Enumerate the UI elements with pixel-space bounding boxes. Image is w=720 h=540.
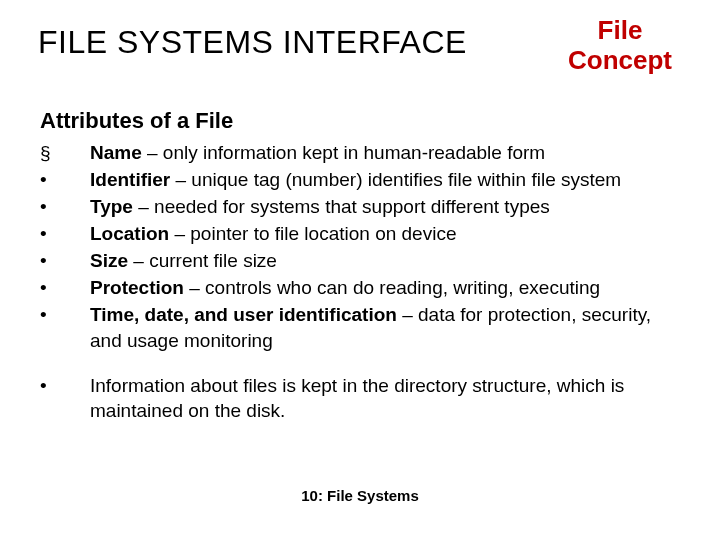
list-item: • Identifier – unique tag (number) ident… bbox=[40, 167, 680, 192]
bullet-text: Size – current file size bbox=[90, 248, 680, 273]
list-item: § Name – only information kept in human-… bbox=[40, 140, 680, 165]
bullet-text: Type – needed for systems that support d… bbox=[90, 194, 680, 219]
bullet-mark: • bbox=[40, 248, 90, 273]
slide-footer: 10: File Systems bbox=[0, 487, 720, 504]
list-item: • Location – pointer to file location on… bbox=[40, 221, 680, 246]
definition: – needed for systems that support differ… bbox=[133, 196, 550, 217]
term: Location bbox=[90, 223, 169, 244]
bullet-mark: • bbox=[40, 167, 90, 192]
list-item: • Type – needed for systems that support… bbox=[40, 194, 680, 219]
definition: – controls who can do reading, writing, … bbox=[184, 277, 600, 298]
bullet-list: § Name – only information kept in human-… bbox=[40, 140, 680, 425]
corner-title: File Concept bbox=[550, 16, 690, 76]
term: Protection bbox=[90, 277, 184, 298]
definition: – current file size bbox=[128, 250, 277, 271]
bullet-mark: • bbox=[40, 373, 90, 398]
definition: – pointer to file location on device bbox=[169, 223, 456, 244]
term: Size bbox=[90, 250, 128, 271]
bullet-mark: • bbox=[40, 194, 90, 219]
bullet-text: Time, date, and user identification – da… bbox=[90, 302, 680, 352]
list-item: • Time, date, and user identification – … bbox=[40, 302, 680, 352]
bullet-text: Location – pointer to file location on d… bbox=[90, 221, 680, 246]
note-text: Information about files is kept in the d… bbox=[90, 373, 680, 423]
definition: – unique tag (number) identifies file wi… bbox=[170, 169, 621, 190]
slide-title: FILE SYSTEMS INTERFACE bbox=[38, 24, 467, 61]
bullet-text: Protection – controls who can do reading… bbox=[90, 275, 680, 300]
bullet-mark: • bbox=[40, 302, 90, 327]
definition: – only information kept in human-readabl… bbox=[142, 142, 545, 163]
bullet-mark: § bbox=[40, 140, 90, 165]
term: Time, date, and user identification bbox=[90, 304, 397, 325]
bullet-text: Identifier – unique tag (number) identif… bbox=[90, 167, 680, 192]
section-heading: Attributes of a File bbox=[40, 108, 233, 134]
list-item: • Size – current file size bbox=[40, 248, 680, 273]
slide: FILE SYSTEMS INTERFACE File Concept Attr… bbox=[0, 0, 720, 540]
term: Type bbox=[90, 196, 133, 217]
list-item: • Information about files is kept in the… bbox=[40, 373, 680, 423]
bullet-text: Name – only information kept in human-re… bbox=[90, 140, 680, 165]
term: Identifier bbox=[90, 169, 170, 190]
list-item: • Protection – controls who can do readi… bbox=[40, 275, 680, 300]
term: Name bbox=[90, 142, 142, 163]
bullet-mark: • bbox=[40, 221, 90, 246]
spacer bbox=[40, 355, 680, 373]
bullet-mark: • bbox=[40, 275, 90, 300]
